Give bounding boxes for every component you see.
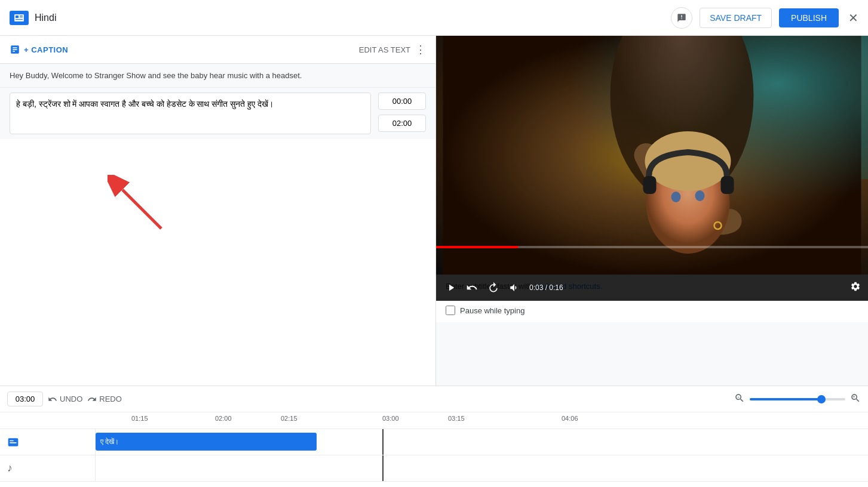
timeline-toolbar: 03:00 UNDO REDO	[0, 386, 868, 412]
svg-line-6	[122, 190, 161, 229]
ruler-mark-2: 02:00	[215, 415, 232, 422]
caption-track-label	[0, 429, 96, 455]
rewind-button[interactable]	[464, 281, 480, 295]
redo-label: REDO	[99, 394, 122, 403]
video-progress-bar[interactable]	[436, 246, 868, 248]
app-logo: Hindi	[10, 11, 56, 25]
pause-while-typing-checkbox[interactable]	[446, 306, 455, 315]
caption-desc-text: Hey Buddy, Welcome to Stranger Show and …	[10, 71, 302, 80]
svg-rect-3	[20, 17, 23, 17]
caption-text-input[interactable]: हे बड़ी, स्ट्रेंजर शो में आपका स्वागत है…	[10, 93, 371, 134]
settings-button[interactable]	[850, 281, 861, 294]
svg-rect-1	[16, 16, 19, 18]
add-caption-button[interactable]: + CAPTION	[10, 44, 68, 55]
caption-track-row: ए देखें।	[0, 429, 868, 455]
publish-button[interactable]: PUBLISH	[779, 8, 839, 27]
ruler-mark-3: 02:15	[281, 415, 297, 422]
top-bar-actions: SAVE DRAFT PUBLISH ✕	[671, 7, 858, 29]
caption-block[interactable]: ए देखें।	[96, 433, 317, 451]
svg-rect-0	[14, 14, 24, 21]
left-panel: + CAPTION EDIT AS TEXT ⋮ Hey Buddy, Welc…	[0, 36, 436, 386]
caption-block-text: ए देखें।	[100, 437, 119, 446]
playhead	[382, 429, 384, 455]
music-track-label: ♪	[0, 455, 96, 481]
start-time-input[interactable]	[378, 93, 426, 110]
zoom-out-button[interactable]	[734, 393, 745, 406]
svg-rect-18	[10, 440, 14, 441]
app-title: Hindi	[35, 13, 56, 23]
caption-description: Hey Buddy, Welcome to Stranger Show and …	[0, 64, 435, 88]
zoom-controls	[734, 393, 861, 406]
caption-times	[378, 93, 426, 132]
zoom-slider[interactable]	[750, 398, 845, 400]
pause-while-typing-row: Pause while typing	[436, 298, 868, 322]
more-options-button[interactable]: ⋮	[415, 43, 426, 56]
caption-header-right: EDIT AS TEXT ⋮	[359, 43, 426, 56]
timeline-tracks: ए देखें। ♪	[0, 429, 868, 483]
main-area: + CAPTION EDIT AS TEXT ⋮ Hey Buddy, Welc…	[0, 36, 868, 386]
zoom-slider-thumb[interactable]	[817, 395, 826, 403]
zoom-in-button[interactable]	[850, 393, 861, 406]
end-time-input[interactable]	[378, 115, 426, 132]
svg-rect-4	[16, 19, 23, 20]
svg-rect-19	[10, 442, 17, 443]
top-bar: Hindi SAVE DRAFT PUBLISH ✕	[0, 0, 868, 36]
svg-point-12	[671, 192, 681, 202]
ruler-marks: 01:15 02:00 02:15 03:00 03:15 04:06	[96, 412, 868, 429]
pause-label: Pause while typing	[460, 306, 525, 315]
edit-as-text-button[interactable]: EDIT AS TEXT	[359, 45, 410, 54]
arrow-annotation-area	[0, 139, 435, 386]
music-track-row: ♪	[0, 455, 868, 482]
close-button[interactable]: ✕	[848, 11, 858, 25]
svg-point-13	[695, 190, 705, 201]
ruler-mark-6: 04:06	[562, 415, 578, 422]
undo-button[interactable]: UNDO	[48, 394, 82, 404]
video-player[interactable]: 0:03 / 0:16	[436, 36, 868, 275]
caption-header: + CAPTION EDIT AS TEXT ⋮	[0, 36, 435, 64]
feedback-icon[interactable]	[671, 7, 692, 29]
zoom-slider-track	[750, 398, 845, 400]
redo-button[interactable]: REDO	[87, 394, 122, 404]
timeline-ruler: 01:15 02:00 02:15 03:00 03:15 04:06	[0, 412, 868, 429]
logo-icon	[10, 11, 29, 25]
svg-rect-15	[721, 176, 734, 194]
svg-rect-14	[643, 176, 657, 194]
svg-rect-2	[20, 16, 23, 16]
ruler-mark-5: 03:15	[448, 415, 465, 422]
right-panel: 0:03 / 0:16 Enter subtitles faster with …	[436, 36, 868, 386]
caption-entry: हे बड़ी, स्ट्रेंजर शो में आपका स्वागत है…	[0, 88, 435, 139]
volume-button[interactable]	[507, 281, 522, 294]
ruler-mark-4: 03:00	[382, 415, 399, 422]
video-scene	[436, 36, 868, 275]
save-draft-button[interactable]: SAVE DRAFT	[700, 8, 772, 28]
progress-bar-fill	[436, 246, 518, 248]
fast-forward-button[interactable]	[485, 281, 502, 295]
red-arrow	[108, 175, 179, 249]
ruler-mark-1: 01:15	[131, 415, 148, 422]
page-wrapper: Hindi SAVE DRAFT PUBLISH ✕ + CAPTION	[0, 0, 868, 487]
music-playhead	[382, 455, 384, 481]
caption-track-content: ए देखें।	[96, 429, 868, 455]
music-track-content	[96, 455, 868, 481]
undo-label: UNDO	[60, 394, 82, 403]
bottom-timeline: 03:00 UNDO REDO	[0, 386, 868, 487]
music-icon: ♪	[7, 462, 13, 474]
time-display: 0:03 / 0:16	[529, 283, 563, 292]
timeline-time-display: 03:00	[7, 392, 43, 406]
video-controls: 0:03 / 0:16	[436, 275, 868, 301]
play-button[interactable]	[443, 281, 459, 294]
caption-label: + CAPTION	[24, 45, 68, 54]
